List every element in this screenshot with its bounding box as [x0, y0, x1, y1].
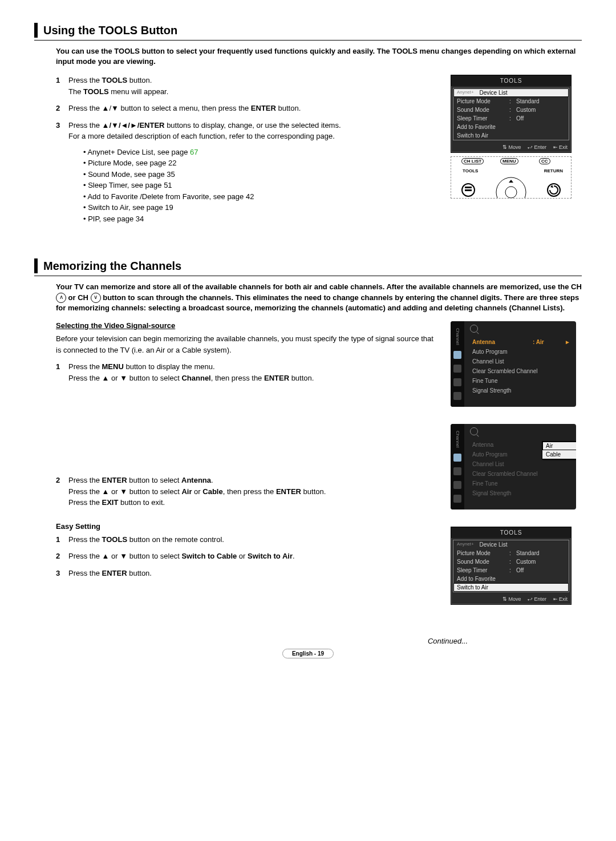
sidebar-icon: [453, 351, 461, 359]
move-hint: Move: [502, 144, 521, 150]
osd-value: Off: [516, 115, 565, 122]
osd-title: TOOLS: [451, 527, 571, 538]
subheading: Selecting the Video Signal-source: [56, 321, 439, 330]
menu-row: Antenna: Air►: [470, 337, 573, 347]
section-using-tools: Using the TOOLS Button You can use the T…: [34, 23, 582, 230]
antenna-popup: AirCable: [542, 441, 576, 459]
section-header: Memorizing the Channels: [34, 258, 582, 276]
step-number: 1: [56, 534, 68, 545]
tools-osd-panel-2: TOOLS Anynet+Device ListPicture Mode:Sta…: [451, 527, 572, 605]
section-memorizing-channels: Memorizing the Channels Your TV can memo…: [34, 258, 582, 608]
exit-hint: Exit: [553, 144, 568, 150]
exit-hint: Exit: [553, 596, 568, 602]
header-bar-icon: [34, 23, 38, 38]
section-header: Using the TOOLS Button: [34, 23, 582, 41]
menu-label: Fine Tune: [472, 480, 570, 487]
sidebar-icon: [453, 495, 461, 503]
sidebar-icon: [453, 365, 461, 373]
svg-rect-3: [465, 187, 472, 188]
page-footer: English - 19: [34, 649, 582, 658]
menu-label: Antenna: [472, 339, 529, 345]
section-intro: You can use the TOOLS button to select y…: [34, 46, 582, 67]
anynet-prefix-icon: Anynet+: [457, 541, 474, 548]
osd-row: Sleep Timer:Off: [453, 566, 569, 575]
remote-menu-button: MENU: [500, 158, 518, 164]
step-text: Press the ENTER button.: [68, 568, 439, 579]
osd-footer: Move Enter Exit: [451, 594, 571, 604]
enter-hint: Enter: [528, 144, 546, 150]
osd-row: Picture Mode:Standard: [453, 549, 569, 557]
page-number: English - 19: [282, 649, 334, 658]
sidebar-icon: [453, 467, 461, 475]
step-text: Press the MENU button to display the men…: [68, 361, 439, 383]
osd-row: Add to Favorite: [453, 123, 569, 131]
osd-value: Off: [516, 567, 565, 573]
remote-diagram: CH LIST MENU CC TOOLS RETURN: [451, 156, 572, 199]
menu-row: Fine Tune: [470, 376, 573, 386]
chevron-right-icon: ►: [565, 339, 570, 345]
osd-sidebar: Channel: [451, 424, 464, 510]
remote-dpad-icon: [451, 167, 571, 198]
step-text: Press the TOOLS button. The TOOLS menu w…: [68, 75, 439, 97]
osd-label: Device List: [480, 541, 565, 548]
step-number: 1: [56, 75, 68, 97]
steps-column: 1 Press the TOOLS button. The TOOLS menu…: [56, 75, 439, 230]
menu-row: Channel List: [470, 357, 573, 366]
menu-row: Clear Scrambled Channel: [470, 366, 573, 376]
sidebar-tab-label: Channel: [455, 431, 460, 448]
osd-label: Switch to Air: [457, 584, 565, 591]
menu-row: Channel List: [470, 459, 573, 469]
step-text: Press the TOOLS button on the remote con…: [68, 534, 439, 545]
menu-label: Auto Program: [472, 349, 570, 355]
osd-label: Switch to Air: [457, 132, 565, 139]
menu-label: Clear Scrambled Channel: [472, 471, 570, 477]
menu-label: Signal Strength: [472, 387, 570, 394]
ch-up-icon: ∧: [56, 293, 66, 303]
osd-label: Add to Favorite: [457, 576, 565, 582]
osd-row: Picture Mode:Standard: [453, 97, 569, 106]
osd-label: Add to Favorite: [457, 124, 565, 130]
enter-hint: Enter: [528, 596, 546, 602]
lead-text: Before your television can begin memoriz…: [56, 333, 439, 355]
menu-label: Signal Strength: [472, 490, 570, 496]
menu-row: Signal Strength: [470, 488, 573, 498]
menu-label: Channel List: [472, 358, 570, 365]
search-icon: [470, 325, 478, 333]
move-hint: Move: [502, 596, 521, 602]
anynet-prefix-icon: Anynet+: [457, 90, 474, 96]
osd-row: Switch to Air: [453, 131, 569, 140]
osd-label: Sound Mode: [457, 559, 506, 565]
popup-option: Cable: [542, 450, 576, 459]
osd-row: Sleep Timer:Off: [453, 114, 569, 123]
osd-row: Sound Mode:Custom: [453, 106, 569, 114]
section-title: Memorizing the Channels: [43, 260, 181, 273]
osd-label: Device List: [480, 90, 565, 96]
sidebar-icon: [453, 378, 461, 386]
step-number: 2: [56, 103, 68, 114]
step-number: 3: [56, 120, 68, 225]
step-text: Press the ▲/▼/◄/►/ENTER buttons to displ…: [68, 120, 439, 225]
osd-row: Add to Favorite: [453, 575, 569, 583]
popup-option: Air: [542, 442, 576, 450]
menu-row: Signal Strength: [470, 386, 573, 395]
step-number: 1: [56, 361, 68, 383]
menu-label: Clear Scrambled Channel: [472, 368, 570, 374]
sidebar-tab-label: Channel: [455, 328, 460, 345]
osd-title: TOOLS: [451, 75, 571, 86]
step-number: 3: [56, 568, 68, 579]
step-number: 2: [56, 551, 68, 562]
svg-point-1: [505, 187, 517, 198]
ch-down-icon: ∨: [91, 293, 101, 303]
remote-cc-button: CC: [539, 158, 550, 164]
step-number: 2: [56, 475, 68, 508]
channel-menu-osd-popup: Channel AntennaAuto ProgramChannel ListC…: [451, 424, 576, 510]
menu-row: Clear Scrambled Channel: [470, 469, 573, 479]
step-text: Press the ▲/▼ button to select a menu, t…: [68, 103, 439, 114]
step-text: Press the ENTER button to select Antenna…: [68, 475, 439, 508]
section-title: Using the TOOLS Button: [43, 24, 177, 37]
remote-chlist-button: CH LIST: [461, 158, 484, 164]
section-intro: Your TV can memorize and store all of th…: [34, 282, 582, 313]
reference-list: Anynet+ Device List, see page 67 Picture…: [68, 147, 439, 225]
step-text: Press the ▲ or ▼ button to select Switch…: [68, 551, 439, 562]
osd-value: Custom: [516, 559, 565, 565]
